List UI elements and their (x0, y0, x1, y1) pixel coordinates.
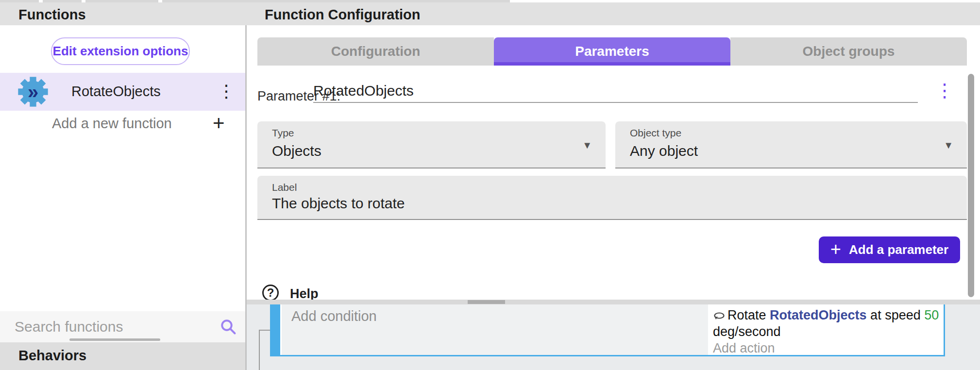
object-type-select[interactable]: Object type Any object ▼ (615, 121, 967, 168)
function-gear-icon: » (17, 76, 49, 107)
chevron-down-icon: ▼ (944, 140, 953, 151)
label-field[interactable]: Label The objects to rotate (257, 176, 967, 220)
add-function-plus-icon: + (213, 112, 225, 135)
add-parameter-label: Add a parameter (849, 242, 948, 257)
app-window: Functions Function Configuration Edit ex… (0, 0, 980, 370)
plus-icon: + (830, 240, 841, 258)
rotate-icon (713, 311, 726, 321)
tab-configuration[interactable]: Configuration (257, 37, 494, 66)
search-functions-input[interactable] (15, 315, 209, 338)
header-band: Functions Function Configuration (0, 2, 980, 25)
add-function-row[interactable]: Add a new function + (0, 111, 245, 136)
type-select-label: Type (272, 127, 294, 139)
search-icon (220, 318, 237, 336)
function-list-item[interactable]: » RotateObjects ⋮ (0, 73, 245, 111)
parameter-name-input[interactable] (313, 80, 918, 103)
tab-parameters[interactable]: Parameters (494, 37, 730, 66)
label-field-value: The objects to rotate (272, 195, 405, 212)
type-select-value: Objects (272, 143, 321, 159)
event-selection-border (944, 304, 945, 356)
add-parameter-button[interactable]: + Add a parameter (819, 236, 960, 263)
action-object-name: RotatedObjects (770, 308, 867, 322)
tab-object-groups[interactable]: Object groups (730, 37, 967, 66)
object-type-select-value: Any object (630, 143, 698, 159)
parameter-menu-icon[interactable]: ⋮ (935, 80, 954, 101)
behaviors-section-header[interactable]: Behaviors (0, 342, 245, 370)
events-content: Add condition Rotate RotatedObjects at s… (247, 304, 980, 370)
action-text-line2: deg/second (713, 323, 944, 340)
event-conditions-cell[interactable]: Add condition (280, 304, 708, 355)
add-condition-label: Add condition (291, 308, 377, 324)
action-text: Rotate RotatedObjects at speed 50 (713, 307, 944, 323)
dialog-title: Function Configuration (265, 7, 421, 23)
events-horizontal-scrollbar[interactable] (468, 300, 505, 304)
add-function-label: Add a new function (52, 116, 172, 132)
event-tree-line (259, 330, 260, 370)
type-select[interactable]: Type Objects ▼ (257, 121, 606, 168)
object-type-select-label: Object type (630, 127, 681, 139)
svg-text:»: » (28, 81, 38, 102)
function-name-label: RotateObjects (71, 84, 161, 100)
behaviors-title: Behaviors (18, 348, 86, 364)
edit-extension-options-button[interactable]: Edit extension options (51, 37, 190, 65)
function-configuration-dialog: Configuration Parameters Object groups P… (247, 25, 980, 300)
dialog-vertical-scrollbar[interactable] (968, 74, 974, 297)
event-tree-line (259, 330, 270, 331)
chevron-down-icon: ▼ (582, 140, 592, 151)
search-functions-bar (0, 311, 245, 342)
events-sheet: Add condition Rotate RotatedObjects at s… (247, 300, 980, 370)
help-question-icon: ? (262, 285, 279, 301)
sidebar-horizontal-scrollbar[interactable] (69, 338, 160, 341)
event-selection-border (270, 355, 945, 356)
events-top-strip (247, 300, 980, 304)
event-selection-bar[interactable] (270, 304, 280, 355)
function-menu-icon[interactable]: ⋮ (218, 82, 235, 101)
action-speed-value: 50 (924, 308, 939, 322)
label-field-label: Label (272, 182, 297, 193)
dialog-tabs: Configuration Parameters Object groups (257, 37, 967, 66)
functions-panel-title: Functions (18, 7, 86, 23)
add-action-label: Add action (713, 340, 944, 356)
event-actions-cell[interactable]: Rotate RotatedObjects at speed 50 deg/se… (708, 304, 944, 355)
